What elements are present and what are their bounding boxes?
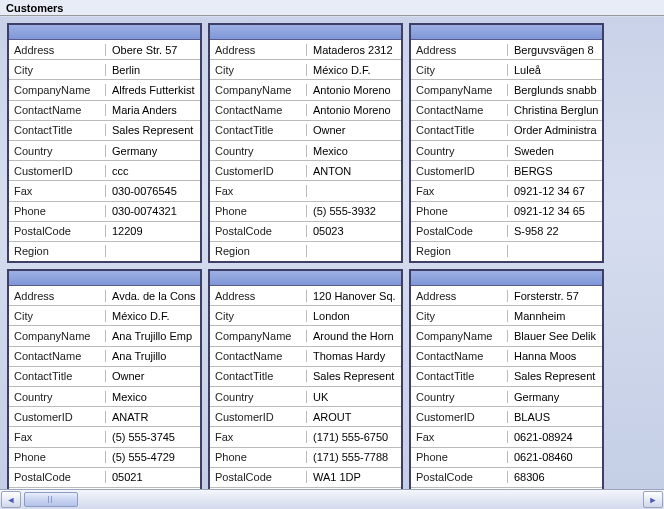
field-value[interactable]: Mexico xyxy=(106,391,200,403)
field-label: ContactName xyxy=(411,350,508,362)
field-value[interactable]: Sales Represent xyxy=(106,124,200,136)
card-header[interactable] xyxy=(411,25,602,40)
cards-workspace: AddressObere Str. 57CityBerlinCompanyNam… xyxy=(0,17,664,490)
field-row: Phone030-0074321 xyxy=(9,202,200,222)
field-value[interactable]: (5) 555-3932 xyxy=(307,205,401,217)
field-value[interactable]: (5) 555-3745 xyxy=(106,431,200,443)
field-row: ContactNameChristina Berglun xyxy=(411,101,602,121)
field-value[interactable]: Sweden xyxy=(508,145,602,157)
field-value[interactable]: WA1 1DP xyxy=(307,471,401,483)
record-card: AddressBerguvsvägen 8CityLuleåCompanyNam… xyxy=(409,23,604,263)
field-row: CountryGermany xyxy=(411,387,602,407)
field-row: Address120 Hanover Sq. xyxy=(210,286,401,306)
field-value[interactable]: Maria Anders xyxy=(106,104,200,116)
field-value[interactable]: Thomas Hardy xyxy=(307,350,401,362)
field-label: CompanyName xyxy=(9,84,106,96)
field-value[interactable]: Antonio Moreno xyxy=(307,84,401,96)
horizontal-scrollbar[interactable]: ◄ ► xyxy=(0,489,664,509)
field-value[interactable]: Avda. de la Cons xyxy=(106,290,200,302)
field-value[interactable]: Berglunds snabb xyxy=(508,84,602,96)
field-value[interactable]: Ana Trujillo xyxy=(106,350,200,362)
field-value[interactable]: Luleå xyxy=(508,64,602,76)
scroll-right-button[interactable]: ► xyxy=(643,491,663,508)
field-value[interactable]: ANTON xyxy=(307,165,401,177)
field-row: ContactNameThomas Hardy xyxy=(210,347,401,367)
field-row: CityBerlin xyxy=(9,60,200,80)
card-header[interactable] xyxy=(411,271,602,286)
field-value[interactable]: Christina Berglun xyxy=(508,104,602,116)
field-label: ContactName xyxy=(411,104,508,116)
field-value[interactable]: Mannheim xyxy=(508,310,602,322)
scroll-left-button[interactable]: ◄ xyxy=(1,491,21,508)
field-value[interactable]: 0621-08924 xyxy=(508,431,602,443)
field-value[interactable]: Berguvsvägen 8 xyxy=(508,44,602,56)
field-value[interactable]: Germany xyxy=(106,145,200,157)
field-label: Address xyxy=(411,44,508,56)
field-value[interactable]: 0921-12 34 65 xyxy=(508,205,602,217)
field-value[interactable]: (171) 555-6750 xyxy=(307,431,401,443)
field-value[interactable]: ccc xyxy=(106,165,200,177)
field-value[interactable]: 0621-08460 xyxy=(508,451,602,463)
app-window: Customers AddressObere Str. 57CityBerlin… xyxy=(0,0,664,509)
field-value[interactable]: 0921-12 34 67 xyxy=(508,185,602,197)
field-value[interactable]: Blauer See Delik xyxy=(508,330,602,342)
field-value[interactable]: 120 Hanover Sq. xyxy=(307,290,401,302)
field-row: CustomerIDAROUT xyxy=(210,407,401,427)
field-row: CompanyNameAntonio Moreno xyxy=(210,80,401,100)
field-row: CountryMexico xyxy=(210,141,401,161)
field-row: CustomerIDANATR xyxy=(9,407,200,427)
field-value[interactable]: BERGS xyxy=(508,165,602,177)
field-value[interactable]: S-958 22 xyxy=(508,225,602,237)
field-value[interactable]: Alfreds Futterkist xyxy=(106,84,200,96)
field-value[interactable]: Ana Trujillo Emp xyxy=(106,330,200,342)
field-value[interactable]: London xyxy=(307,310,401,322)
field-label: Address xyxy=(411,290,508,302)
field-value[interactable]: México D.F. xyxy=(307,64,401,76)
field-value[interactable]: Hanna Moos xyxy=(508,350,602,362)
field-row: PostalCode68306 xyxy=(411,468,602,488)
field-value[interactable]: Sales Represent xyxy=(307,370,401,382)
record-card: AddressObere Str. 57CityBerlinCompanyNam… xyxy=(7,23,202,263)
field-value[interactable]: (5) 555-4729 xyxy=(106,451,200,463)
field-row: CountryGermany xyxy=(9,141,200,161)
field-value[interactable]: 05023 xyxy=(307,225,401,237)
field-row: Fax(171) 555-6750 xyxy=(210,427,401,447)
scrollbar-track[interactable] xyxy=(22,492,642,507)
field-value[interactable]: Berlin xyxy=(106,64,200,76)
field-value[interactable]: UK xyxy=(307,391,401,403)
field-row: Phone(5) 555-4729 xyxy=(9,448,200,468)
field-label: PostalCode xyxy=(210,225,307,237)
field-value[interactable]: AROUT xyxy=(307,411,401,423)
card-header[interactable] xyxy=(9,271,200,286)
field-value[interactable]: Owner xyxy=(307,124,401,136)
field-value[interactable]: 68306 xyxy=(508,471,602,483)
field-value[interactable]: Sales Represent xyxy=(508,370,602,382)
scrollbar-thumb[interactable] xyxy=(24,492,78,507)
card-header[interactable] xyxy=(210,271,401,286)
field-value[interactable]: México D.F. xyxy=(106,310,200,322)
field-value[interactable]: Mataderos 2312 xyxy=(307,44,401,56)
field-label: ContactTitle xyxy=(411,124,508,136)
field-value[interactable]: Obere Str. 57 xyxy=(106,44,200,56)
field-row: PostalCode12209 xyxy=(9,222,200,242)
field-row: CustomerIDANTON xyxy=(210,161,401,181)
field-value[interactable]: 030-0074321 xyxy=(106,205,200,217)
field-value[interactable]: Owner xyxy=(106,370,200,382)
field-value[interactable]: Order Administra xyxy=(508,124,602,136)
field-value[interactable]: Antonio Moreno xyxy=(307,104,401,116)
field-value[interactable]: 030-0076545 xyxy=(106,185,200,197)
card-header[interactable] xyxy=(210,25,401,40)
card-header[interactable] xyxy=(9,25,200,40)
field-value[interactable]: Around the Horn xyxy=(307,330,401,342)
field-value[interactable]: (171) 555-7788 xyxy=(307,451,401,463)
field-value[interactable]: Forsterstr. 57 xyxy=(508,290,602,302)
field-value[interactable]: ANATR xyxy=(106,411,200,423)
field-row: ContactNameHanna Moos xyxy=(411,347,602,367)
field-value[interactable]: 05021 xyxy=(106,471,200,483)
field-value[interactable]: BLAUS xyxy=(508,411,602,423)
field-value[interactable]: Mexico xyxy=(307,145,401,157)
field-row: CompanyNameAlfreds Futterkist xyxy=(9,80,200,100)
field-value[interactable]: 12209 xyxy=(106,225,200,237)
field-row: CountryUK xyxy=(210,387,401,407)
field-value[interactable]: Germany xyxy=(508,391,602,403)
